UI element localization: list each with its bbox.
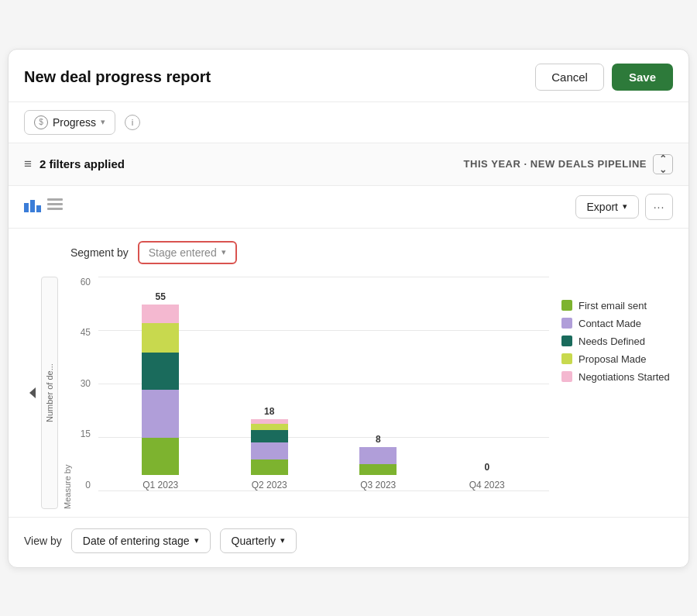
legend-label-negotiations: Negotiations Started [579,371,670,383]
period-label: Quarterly [232,535,276,547]
segment-dropdown[interactable]: Stage entered ▾ [138,241,237,264]
filter-expand-button[interactable]: ⌃⌄ [653,154,673,174]
chevron-down-icon: ▾ [194,535,199,545]
legend-color-contact [561,318,572,329]
stacked-bar-q2 [251,419,288,475]
segment-first-email-q2 [251,459,288,475]
bar-group-q2: 18 Q2 2023 [215,406,324,490]
bar-total-q1: 55 [156,291,166,302]
progress-dropdown[interactable]: $ Progress ▾ [24,110,115,135]
svg-rect-0 [24,203,29,212]
filter-left: ≡ 2 filters applied [24,157,125,172]
list-view-icon[interactable] [47,198,63,215]
chart-legend: First email sent Contact Made Needs Defi… [549,277,673,509]
bar-group-q4: 0 Q4 2023 [433,462,542,490]
period-dropdown[interactable]: Quarterly ▾ [220,528,297,553]
legend-color-proposal [561,353,572,364]
y-axis-label: Number of de... [41,277,58,509]
bar-total-q2: 18 [264,406,274,417]
y-axis-value-0: 0 [85,480,91,490]
bar-total-q3: 8 [376,434,381,445]
y-axis-toggle-button[interactable] [24,277,41,509]
bar-label-q3: Q3 2023 [360,480,396,490]
export-label: Export [587,201,618,213]
segment-proposal-q2 [251,424,288,430]
report-card: New deal progress report Cancel Save $ P… [8,49,689,568]
segment-needs-q1 [142,353,179,390]
segment-negotiations-q1 [142,305,179,323]
chart-area: Segment by Stage entered ▾ Number of de.… [9,229,688,517]
legend-label-contact: Contact Made [579,318,641,329]
legend-color-needs [561,336,572,346]
legend-color-first-email [561,300,572,311]
svg-rect-3 [47,198,63,201]
view-by-row: View by Date of entering stage ▾ Quarter… [9,517,688,567]
chart-plot: 55 Q1 2023 18 [98,277,549,509]
more-options-button[interactable]: ··· [645,194,673,220]
segment-proposal-q1 [142,323,179,353]
legend-item-contact: Contact Made [561,318,673,329]
stacked-bar-q1 [142,305,179,475]
save-button[interactable]: Save [612,64,673,91]
legend-item-negotiations: Negotiations Started [561,371,673,383]
legend-label-proposal: Proposal Made [579,353,646,365]
progress-icon: $ [34,115,48,129]
stacked-bar-q3 [359,447,397,475]
y-axis-value-60: 60 [81,277,91,287]
more-icon: ··· [654,201,665,213]
chevron-down-icon: ▾ [221,247,226,257]
progress-label: Progress [53,116,96,129]
y-axis-value-15: 15 [81,428,91,439]
segment-contact-q2 [251,442,288,459]
chart-toolbar-left [24,197,63,216]
legend-label-first-email: First email sent [579,300,647,311]
bars-container: 55 Q1 2023 18 [98,277,549,490]
legend-item-proposal: Proposal Made [561,353,673,365]
filter-icon: ≡ [24,157,32,172]
page-title: New deal progress report [24,68,211,86]
bar-group-q1: 55 Q1 2023 [106,291,215,490]
chevron-down-icon: ▾ [280,535,285,545]
info-icon[interactable]: i [125,115,140,130]
svg-marker-6 [29,387,36,398]
bar-label-q2: Q2 2023 [252,480,287,490]
svg-rect-5 [47,208,63,210]
chart-toolbar: Export ▾ ··· [9,186,688,229]
chevron-down-icon: ▾ [623,201,627,212]
segment-first-email-q1 [142,438,179,475]
bar-label-q1: Q1 2023 [142,480,178,490]
y-axis-numbers: 60 45 30 15 0 [75,277,95,509]
segment-first-email-q3 [359,464,397,475]
export-button[interactable]: Export ▾ [575,195,639,219]
header: New deal progress report Cancel Save [9,50,688,102]
bar-group-q3: 8 Q3 2023 [324,434,433,490]
legend-label-needs: Needs Defined [579,336,645,347]
view-by-label: View by [24,535,62,547]
segment-needs-q2 [251,430,288,442]
date-label: Date of entering stage [83,535,190,547]
header-buttons: Cancel Save [535,64,673,91]
bar-label-q4: Q4 2023 [469,480,505,490]
toolbar-row: $ Progress ▾ i [9,102,688,143]
filter-count: 2 filters applied [39,157,125,170]
segment-row: Segment by Stage entered ▾ [24,241,673,277]
svg-rect-4 [47,203,63,205]
segment-by-label: Segment by [70,246,129,259]
svg-rect-1 [30,200,35,212]
filter-row: ≡ 2 filters applied THIS YEAR · NEW DEAL… [9,143,688,186]
y-axis-value-45: 45 [81,327,91,338]
legend-item-first-email: First email sent [561,300,673,311]
date-dropdown[interactable]: Date of entering stage ▾ [71,528,211,553]
filter-right: THIS YEAR · NEW DEALS PIPELINE ⌃⌄ [464,154,673,174]
bar-chart-icon[interactable] [24,197,41,216]
legend-item-needs: Needs Defined [561,336,673,347]
segment-contact-q3 [359,447,397,464]
chart-with-legend: Number of de... Measure by 60 45 30 15 0 [24,277,673,509]
chevron-up-down-icon: ⌃⌄ [659,153,668,175]
chevron-down-icon: ▾ [101,117,105,127]
filter-right-label: THIS YEAR · NEW DEALS PIPELINE [464,158,647,170]
y-axis-value-30: 30 [81,378,91,389]
chart-toolbar-right: Export ▾ ··· [575,194,673,220]
cancel-button[interactable]: Cancel [535,64,604,91]
y-axis-area: Number of de... Measure by 60 45 30 15 0 [24,277,95,509]
